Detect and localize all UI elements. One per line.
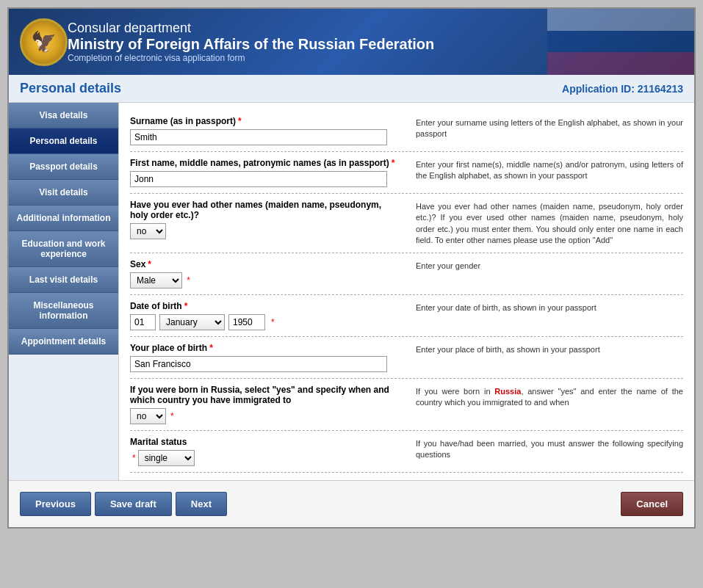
- surname-row: Surname (as in passport)* Enter your sur…: [130, 110, 683, 152]
- dob-day-input[interactable]: [130, 314, 156, 330]
- dob-year-input[interactable]: [228, 314, 265, 330]
- other-names-label: Have you ever had other names (maiden na…: [130, 200, 397, 220]
- born-russia-hint: If you were born in Russia, answer "yes"…: [416, 385, 683, 424]
- surname-input[interactable]: [130, 129, 387, 145]
- sex-left: Sex* Male Female *: [130, 259, 405, 288]
- bottom-bar: Previous Save draft Next Cancel: [9, 480, 694, 527]
- dob-hint: Enter your date of birth, as shown in yo…: [416, 301, 683, 330]
- sidebar-item-personal-details[interactable]: Personal details: [9, 128, 118, 154]
- sex-required: *: [148, 259, 151, 269]
- sub-header: Personal details Application ID: 2116421…: [9, 75, 694, 103]
- pob-input[interactable]: [130, 356, 387, 372]
- page-title: Personal details: [20, 81, 121, 96]
- sex-required-star: *: [187, 275, 190, 286]
- sidebar-item-passport-details[interactable]: Passport details: [9, 154, 118, 180]
- application-id: Application ID: 21164213: [562, 83, 683, 95]
- other-names-hint: Have you ever had other names (maiden na…: [416, 200, 683, 247]
- dob-row: Date of birth* January February March Ap…: [130, 295, 683, 337]
- marital-hint: If you have/had been married, you must a…: [416, 437, 683, 466]
- logo-emblem: 🦅: [20, 18, 68, 66]
- next-button[interactable]: Next: [176, 492, 227, 516]
- pob-left: Your place of birth*: [130, 343, 405, 372]
- born-russia-select[interactable]: no yes: [130, 408, 166, 424]
- dob-left: Date of birth* January February March Ap…: [130, 301, 405, 330]
- firstname-input[interactable]: [130, 171, 387, 187]
- marital-left: Marital status * single married divorced…: [130, 437, 405, 466]
- born-russia-row: If you were born in Russia, select "yes"…: [130, 379, 683, 431]
- dob-fields: January February March April May June Ju…: [130, 314, 397, 330]
- pob-required: *: [209, 343, 213, 353]
- marital-label: Marital status: [130, 437, 397, 447]
- bottom-right-buttons: Cancel: [621, 492, 683, 516]
- pob-label: Your place of birth*: [130, 343, 397, 353]
- firstname-row: First name, middle names, patronymic nam…: [130, 152, 683, 194]
- form-content: Surname (as in passport)* Enter your sur…: [119, 103, 694, 480]
- main-layout: Visa details Personal details Passport d…: [9, 103, 694, 480]
- born-russia-required: *: [170, 411, 174, 421]
- firstname-left: First name, middle names, patronymic nam…: [130, 158, 405, 187]
- sidebar-item-visit-details[interactable]: Visit details: [9, 180, 118, 206]
- sex-select[interactable]: Male Female: [130, 272, 182, 288]
- inner-frame: 🦅 Consular department Ministry of Foreig…: [7, 7, 696, 529]
- firstname-required: *: [392, 158, 395, 168]
- header: 🦅 Consular department Ministry of Foreig…: [9, 9, 694, 75]
- sidebar-item-education-work[interactable]: Education and work experience: [9, 231, 118, 267]
- dob-label: Date of birth*: [130, 301, 397, 311]
- dob-month-select[interactable]: January February March April May June Ju…: [159, 314, 225, 330]
- sidebar-item-miscellaneous[interactable]: Miscellaneous information: [9, 293, 118, 329]
- sidebar-item-visa-details[interactable]: Visa details: [9, 103, 118, 128]
- marital-required: *: [132, 453, 136, 463]
- previous-button[interactable]: Previous: [20, 492, 91, 516]
- sex-row: Sex* Male Female * Enter your gender: [130, 253, 683, 295]
- sidebar-item-additional-information[interactable]: Additional information: [9, 206, 118, 231]
- dob-required-star: *: [271, 317, 275, 327]
- surname-hint: Enter your surname using letters of the …: [416, 116, 683, 145]
- pob-hint: Enter your place of birth, as shown in y…: [416, 343, 683, 372]
- firstname-hint: Enter your first name(s), middle name(s)…: [416, 158, 683, 187]
- sex-hint: Enter your gender: [416, 259, 683, 288]
- outer-frame: 🦅 Consular department Ministry of Foreig…: [0, 0, 703, 588]
- bottom-left-buttons: Previous Save draft Next: [20, 492, 227, 516]
- born-russia-left: If you were born in Russia, select "yes"…: [130, 385, 405, 424]
- sidebar-item-appointment[interactable]: Appointment details: [9, 329, 118, 355]
- surname-label: Surname (as in passport)*: [130, 116, 397, 126]
- other-names-row: Have you ever had other names (maiden na…: [130, 194, 683, 253]
- pob-row: Your place of birth* Enter your place of…: [130, 337, 683, 379]
- dob-required: *: [184, 301, 188, 311]
- sex-label: Sex*: [130, 259, 397, 269]
- other-names-left: Have you ever had other names (maiden na…: [130, 200, 405, 247]
- sidebar: Visa details Personal details Passport d…: [9, 103, 119, 480]
- cancel-button[interactable]: Cancel: [621, 492, 683, 516]
- sidebar-item-last-visit[interactable]: Last visit details: [9, 267, 118, 293]
- flag-decoration: [547, 9, 694, 75]
- surname-required: *: [238, 116, 242, 126]
- other-names-select[interactable]: no yes: [130, 223, 166, 239]
- marital-select[interactable]: single married divorced widowed: [138, 450, 195, 466]
- born-russia-label: If you were born in Russia, select "yes"…: [130, 385, 397, 405]
- marital-row: Marital status * single married divorced…: [130, 431, 683, 473]
- firstname-label: First name, middle names, patronymic nam…: [130, 158, 397, 168]
- save-draft-button[interactable]: Save draft: [95, 492, 172, 516]
- surname-left: Surname (as in passport)*: [130, 116, 405, 145]
